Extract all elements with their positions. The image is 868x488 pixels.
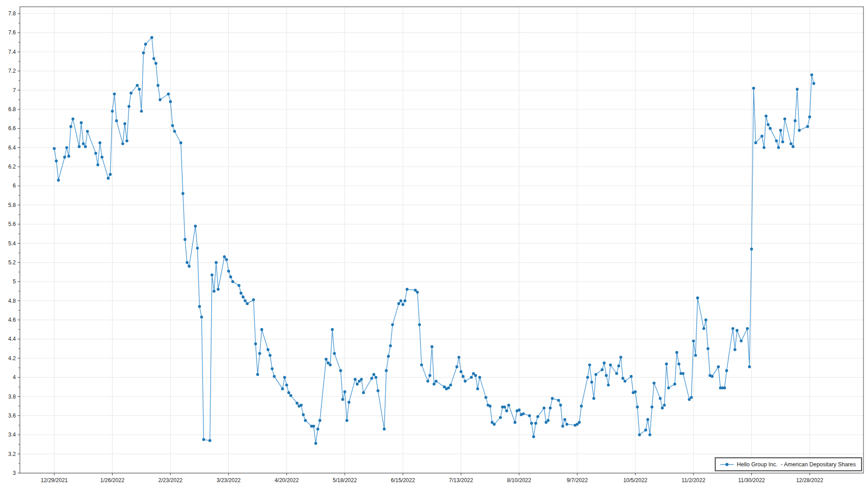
data-point	[418, 323, 421, 326]
data-point	[601, 368, 604, 371]
x-tick-label: 1/26/2022	[100, 477, 125, 483]
data-point	[485, 396, 487, 399]
data-point	[499, 416, 502, 419]
data-point	[325, 358, 327, 361]
y-tick-label: 5.2	[8, 259, 16, 266]
data-point	[237, 284, 240, 287]
data-point	[661, 407, 664, 409]
data-point	[404, 299, 406, 302]
y-tick-label: 5.6	[8, 221, 16, 227]
data-point	[462, 375, 464, 378]
data-point	[609, 363, 612, 366]
data-point	[344, 390, 346, 393]
data-point	[449, 384, 452, 386]
data-point	[370, 377, 373, 380]
data-point	[99, 141, 101, 144]
data-point	[356, 383, 359, 385]
data-point	[333, 352, 336, 355]
data-point	[426, 380, 429, 382]
data-point	[348, 401, 350, 404]
data-point	[186, 261, 189, 264]
data-point	[530, 422, 533, 425]
data-point	[542, 407, 545, 409]
data-point	[692, 339, 695, 342]
data-point	[258, 352, 261, 355]
data-point	[559, 404, 562, 406]
data-point	[430, 345, 433, 348]
data-point	[65, 146, 68, 149]
data-point	[96, 164, 99, 166]
y-tick-label: 5.8	[8, 202, 16, 208]
data-point	[227, 270, 230, 272]
data-point	[304, 419, 307, 422]
data-point	[605, 374, 608, 377]
x-tick-label: 8/10/2022	[507, 477, 532, 483]
data-point	[420, 363, 423, 366]
data-point	[211, 273, 213, 276]
data-point	[478, 376, 481, 379]
y-tick-label: 7.8	[8, 10, 16, 17]
y-tick-label: 6.6	[8, 125, 16, 131]
data-point	[198, 305, 201, 308]
data-point	[767, 123, 769, 126]
y-tick-label: 4.4	[8, 336, 16, 342]
data-point	[717, 366, 720, 368]
data-point	[578, 421, 580, 424]
y-tick-label: 7.2	[8, 68, 16, 74]
data-point	[528, 414, 531, 417]
data-point	[638, 433, 641, 436]
y-tick-label: 5.4	[8, 240, 16, 247]
data-point	[634, 390, 637, 393]
x-tick-label: 2/23/2022	[158, 477, 183, 483]
data-point	[651, 406, 653, 408]
x-tick-label: 4/20/2022	[274, 477, 299, 483]
data-point	[678, 362, 680, 365]
data-point	[156, 84, 159, 87]
data-point	[362, 391, 365, 394]
data-point	[746, 327, 749, 330]
data-point	[646, 418, 649, 421]
data-point	[507, 404, 510, 406]
data-point	[752, 87, 755, 89]
data-point	[794, 119, 797, 122]
data-point	[653, 382, 656, 385]
data-point	[493, 423, 495, 426]
data-point	[302, 413, 305, 416]
data-point	[115, 119, 118, 122]
data-point	[169, 100, 172, 103]
data-point	[588, 363, 591, 366]
data-point	[152, 57, 155, 60]
data-point	[70, 125, 72, 128]
x-tick-label: 11/2/2022	[682, 477, 706, 483]
data-point	[707, 347, 709, 350]
data-point	[179, 141, 182, 144]
stock-chart: 33.23.43.63.844.24.44.64.855.25.45.65.86…	[0, 0, 868, 488]
data-point	[71, 117, 74, 120]
data-point	[667, 386, 670, 389]
x-axis-labels: 12/29/20211/26/20222/23/20223/23/20224/2…	[41, 477, 823, 483]
data-point	[622, 377, 624, 380]
data-point	[300, 404, 302, 406]
data-point	[736, 329, 738, 332]
data-point	[532, 435, 535, 438]
data-point	[181, 192, 184, 195]
data-point	[764, 115, 767, 117]
y-tick-label: 5	[13, 278, 16, 285]
data-point	[231, 280, 234, 283]
data-point	[704, 319, 707, 321]
data-point	[447, 386, 450, 389]
data-point	[474, 374, 477, 377]
y-tick-label: 3.4	[8, 432, 16, 438]
data-point	[416, 291, 419, 293]
y-tick-label: 4.6	[8, 317, 16, 323]
data-point	[557, 399, 560, 402]
data-point	[136, 84, 138, 87]
data-point	[435, 380, 438, 382]
data-point	[316, 427, 319, 430]
y-tick-label: 6.4	[8, 145, 16, 151]
y-tick-label: 4.2	[8, 355, 16, 361]
data-point	[636, 406, 639, 408]
data-point	[121, 142, 124, 145]
data-point	[246, 302, 249, 305]
data-point	[53, 147, 56, 150]
